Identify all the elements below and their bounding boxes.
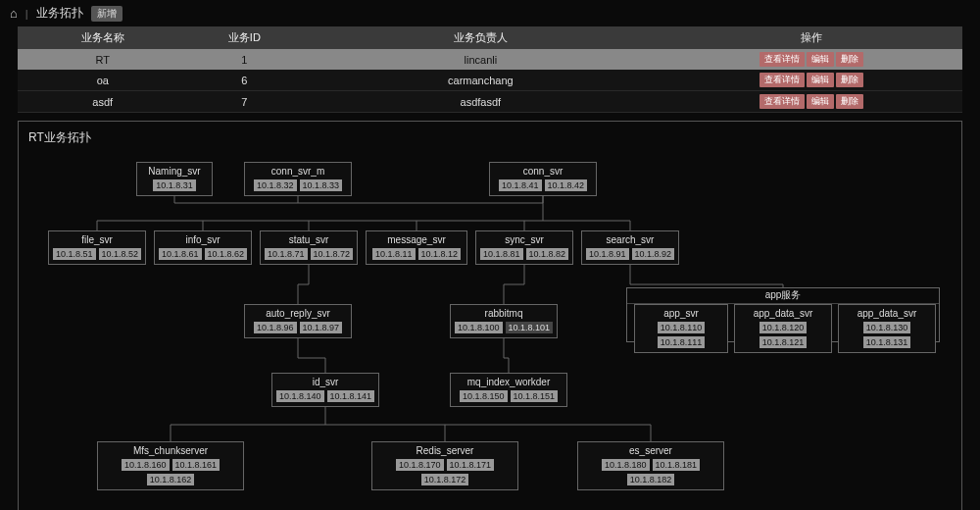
node-label: statu_svr [263,234,355,245]
node-label: search_svr [584,234,676,245]
ip-chip: 10.1.8.150 [460,390,508,402]
ip-chip: 10.1.8.151 [511,390,559,402]
ip-chip: 10.1.8.161 [172,459,220,471]
new-button[interactable]: 新增 [91,6,122,22]
breadcrumb[interactable]: 业务拓扑 [36,5,83,22]
node-label: conn_svr_m [247,166,349,177]
ip-chip: 10.1.8.61 [159,248,202,260]
table-row[interactable]: oa6carmanchang查看详情编辑删除 [18,70,962,91]
node-app_svr[interactable]: app_svr10.1.8.11010.1.8.111 [634,304,728,353]
table-row[interactable]: asdf7asdfasdf查看详情编辑删除 [18,91,962,113]
node-label: rabbitmq [453,308,555,319]
cell-id: 7 [188,91,302,113]
node-naming_svr[interactable]: Naming_svr10.1.8.31 [136,162,213,196]
ip-chip: 10.1.8.51 [53,248,96,260]
header-bar: ⌂ | 业务拓扑 新增 [0,0,980,26]
node-label: conn_svr [492,166,594,177]
ip-chip: 10.1.8.11 [372,248,416,260]
edit-button[interactable]: 编辑 [807,94,834,109]
ip-chip: 10.1.8.91 [586,248,629,260]
cell-actions: 查看详情编辑删除 [661,70,963,91]
cell-actions: 查看详情编辑删除 [661,91,963,113]
ip-chip: 10.1.8.180 [602,459,650,471]
node-file_svr[interactable]: file_svr10.1.8.5110.1.8.52 [48,230,146,265]
table-row[interactable]: RT1lincanli查看详情编辑删除 [18,49,962,70]
ip-chip: 10.1.8.92 [632,248,675,260]
node-app_data_svr2[interactable]: app_data_svr10.1.8.13010.1.8.131 [838,304,936,353]
node-label: es_server [580,445,721,456]
ip-chip: 10.1.8.31 [153,179,196,191]
cell-owner: carmanchang [301,70,660,91]
node-label: Redis_server [374,445,515,456]
node-info_svr[interactable]: info_svr10.1.8.6110.1.8.62 [154,230,252,265]
th-owner: 业务负责人 [301,26,660,49]
node-mfs_chunkserver[interactable]: Mfs_chunkserver10.1.8.16010.1.8.16110.1.… [97,441,244,490]
home-icon[interactable]: ⌂ [10,6,18,21]
node-label: mq_index_workder [453,377,564,387]
edit-button[interactable]: 编辑 [807,52,834,67]
node-conn_svr[interactable]: conn_svr10.1.8.4110.1.8.42 [489,162,597,196]
divider: | [25,8,28,20]
delete-button[interactable]: 删除 [836,52,863,67]
detail-button[interactable]: 查看详情 [760,52,805,67]
cell-name: oa [18,70,188,91]
ip-chip: 10.1.8.62 [205,248,248,260]
cell-owner: asdfasdf [301,91,660,113]
node-search_svr[interactable]: search_svr10.1.8.9110.1.8.92 [581,230,679,265]
ip-chip: 10.1.8.111 [658,336,706,348]
node-redis_server[interactable]: Redis_server10.1.8.17010.1.8.17110.1.8.1… [371,441,518,490]
node-label: app_svr [637,308,725,319]
node-label: file_svr [51,234,143,245]
node-label: Naming_svr [139,166,210,177]
ip-chip: 10.1.8.71 [265,248,308,260]
ip-chip: 10.1.8.131 [863,336,911,348]
ip-chip: 10.1.8.171 [447,459,495,471]
node-id_svr[interactable]: id_svr10.1.8.14010.1.8.141 [271,373,379,407]
business-table: 业务名称 业务ID 业务负责人 操作 RT1lincanli查看详情编辑删除oa… [0,26,980,113]
detail-button[interactable]: 查看详情 [760,73,805,87]
topology-panel: RT业务拓扑 app服务 Naming_svr10.1.8.31conn_svr… [18,121,962,510]
ip-chip: 10.1.8.32 [254,179,297,191]
node-label: id_svr [274,377,376,387]
ip-chip: 10.1.8.12 [418,248,462,260]
ip-chip: 10.1.8.97 [300,322,343,333]
node-label: Mfs_chunkserver [100,445,241,456]
ip-chip: 10.1.8.130 [863,322,911,333]
ip-chip: 10.1.8.140 [276,390,324,402]
ip-chip: 10.1.8.182 [627,474,675,485]
delete-button[interactable]: 删除 [836,94,863,109]
app-group-title: app服务 [627,287,939,304]
ip-chip: 10.1.8.33 [300,179,343,191]
detail-button[interactable]: 查看详情 [760,94,805,109]
cell-actions: 查看详情编辑删除 [661,49,963,70]
node-mq_index_workder[interactable]: mq_index_workder10.1.8.15010.1.8.151 [450,373,567,407]
ip-chip: 10.1.8.52 [99,248,142,260]
node-message_svr[interactable]: message_svr10.1.8.1110.1.8.12 [366,230,467,265]
edit-button[interactable]: 编辑 [807,73,834,87]
ip-chip: 10.1.8.72 [311,248,354,260]
ip-chip: 10.1.8.121 [760,336,808,348]
node-label: app_data_svr [737,308,829,319]
node-conn_svr_m[interactable]: conn_svr_m10.1.8.3210.1.8.33 [244,162,352,196]
ip-chip: 10.1.8.81 [480,248,523,260]
node-rabbitmq[interactable]: rabbitmq10.1.8.10010.1.8.101 [450,304,558,338]
node-statu_svr[interactable]: statu_svr10.1.8.7110.1.8.72 [260,230,358,265]
cell-id: 6 [188,70,302,91]
node-label: sync_svr [478,234,570,245]
th-name: 业务名称 [18,26,188,49]
node-es_server[interactable]: es_server10.1.8.18010.1.8.18110.1.8.182 [577,441,724,490]
ip-chip: 10.1.8.96 [254,322,297,333]
ip-chip: 10.1.8.120 [760,322,808,333]
ip-chip: 10.1.8.172 [421,474,469,485]
node-label: app_data_svr [841,308,933,319]
delete-button[interactable]: 删除 [836,73,863,87]
ip-chip: 10.1.8.181 [653,459,701,471]
ip-chip: 10.1.8.41 [499,179,542,191]
ip-chip: 10.1.8.42 [545,179,588,191]
node-app_data_svr1[interactable]: app_data_svr10.1.8.12010.1.8.121 [734,304,832,353]
node-sync_svr[interactable]: sync_svr10.1.8.8110.1.8.82 [475,230,573,265]
node-label: message_svr [368,234,465,245]
th-id: 业务ID [188,26,302,49]
node-auto_reply_svr[interactable]: auto_reply_svr10.1.8.9610.1.8.97 [244,304,352,338]
node-label: auto_reply_svr [247,308,349,319]
